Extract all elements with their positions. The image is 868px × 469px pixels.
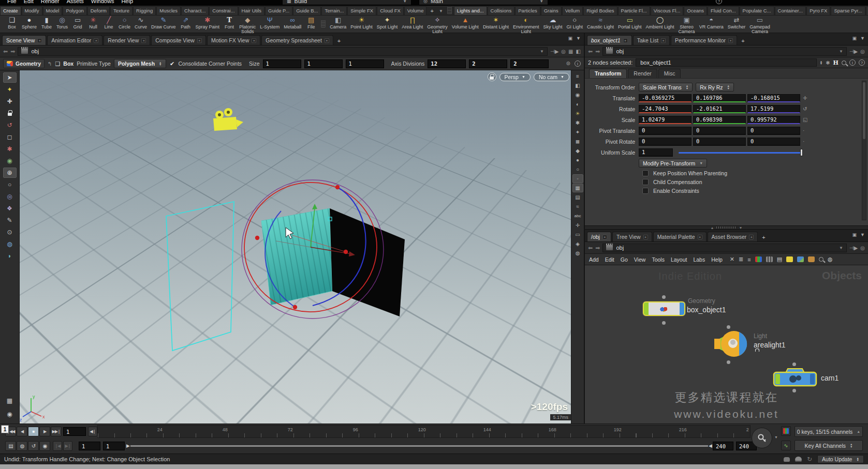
hierarchy-icon[interactable]: ≣ <box>739 256 743 263</box>
shelf-menu-icon[interactable]: ▼ <box>437 7 445 15</box>
pivot-translate-field-1[interactable]: 0 <box>693 127 746 135</box>
globe-tool[interactable]: ◍ <box>3 239 17 249</box>
node-output-dot[interactable] <box>662 321 666 325</box>
shelf-tab-texture[interactable]: Texture <box>110 6 133 15</box>
shelf-tab-guide-b[interactable]: Guide B... <box>293 6 321 15</box>
network-editor[interactable]: Indie Edition Objects Geometry box_objec… <box>585 265 868 425</box>
shelf-tab-terrain[interactable]: Terrain... <box>321 6 347 15</box>
shelf-tab-grains[interactable]: Grains <box>541 6 562 15</box>
tab-take-list[interactable]: Take List× <box>633 35 670 45</box>
close-icon[interactable]: × <box>94 38 98 43</box>
houdini-logo-icon[interactable]: H <box>833 59 838 66</box>
node-display-flag[interactable] <box>644 302 649 315</box>
close-icon[interactable]: × <box>325 38 329 43</box>
chevron-down-icon[interactable]: ▼ <box>839 49 843 54</box>
shelf-tool-grid[interactable]: ▭Grid <box>70 16 85 33</box>
stop-button[interactable]: ■ <box>28 427 39 436</box>
pen-tool[interactable]: ✎ <box>3 215 17 225</box>
pane-menu-icons[interactable]: ▣▼ <box>852 232 865 237</box>
back-icon[interactable]: ⬅ <box>3 48 8 55</box>
param-tab-transform[interactable]: Transform <box>589 69 627 78</box>
hq-lighting-icon[interactable]: ✦ <box>572 128 583 137</box>
link-pin-icon[interactable]: ⊣▶ <box>849 49 858 54</box>
camera-lock-icon[interactable]: ◉ <box>572 90 583 99</box>
param-handle-icon[interactable]: ✛ <box>803 95 807 101</box>
shelf-tool-draw-curve[interactable]: ✎Draw Curve <box>149 16 178 33</box>
handle-dot-right[interactable] <box>344 250 348 254</box>
spinner-icon[interactable]: ▲▼ <box>159 62 161 66</box>
step-back-button[interactable]: ◀❘ <box>88 427 97 436</box>
close-icon[interactable]: × <box>698 235 702 239</box>
menu-help[interactable]: Help <box>121 0 133 4</box>
tab-geometry-spreadsheet[interactable]: Geometry Spreadsheet× <box>261 35 333 45</box>
tab-performance-monitor[interactable]: Performance Monitor× <box>671 35 737 45</box>
checkbox-box[interactable] <box>642 170 649 176</box>
shelf-tab-oceans[interactable]: Oceans <box>684 6 707 15</box>
shelf-tool-area-light[interactable]: ∏Area Light <box>400 16 425 33</box>
gear-icon[interactable]: ✱ <box>826 60 830 66</box>
shelf-tab-hair-utils[interactable]: Hair Utils <box>239 6 265 15</box>
right-path-field[interactable]: obj ▼ <box>602 47 846 56</box>
playhead-flag[interactable]: 1 <box>1 425 9 433</box>
current-state-tool[interactable]: ⊕ <box>3 168 17 178</box>
shelf-tab-container[interactable]: Container... <box>775 6 806 15</box>
menu-edit[interactable]: Edit <box>24 0 34 4</box>
search-icon[interactable] <box>819 257 823 262</box>
scale-field-2[interactable]: 0.995792 <box>747 116 800 124</box>
range-start2-field[interactable]: 1 <box>103 442 125 450</box>
info-icon[interactable]: i <box>575 60 581 67</box>
node-cam1[interactable] <box>772 368 818 388</box>
pivot-translate-field-2[interactable]: 0 <box>747 127 800 135</box>
notification-icon[interactable] <box>784 457 790 462</box>
close-icon[interactable]: × <box>141 38 146 43</box>
shelf-tool-geometry-light[interactable]: ✧Geometry Light <box>425 16 450 33</box>
projection-menu[interactable]: Persp▼ <box>499 73 531 81</box>
shading-mode-icon[interactable]: ◐ <box>572 100 583 109</box>
translate-field-2[interactable]: -0.168015 <box>747 94 800 102</box>
shadows-icon[interactable]: ◼ <box>572 137 583 146</box>
pose-tool[interactable]: ✱ <box>3 144 17 154</box>
uniform-scale-slider[interactable] <box>679 148 803 157</box>
menu-render[interactable]: Render <box>41 0 60 4</box>
camera-menu[interactable]: No cam▼ <box>534 73 569 81</box>
shelf-tab-sparse-pyr[interactable]: Sparse Pyr... <box>831 6 865 15</box>
shelf-tool-environment-light[interactable]: ◐Environment Light <box>511 16 541 33</box>
lighting-icon[interactable]: ☀ <box>572 109 583 118</box>
shelf-tool-null[interactable]: ✳Null <box>85 16 101 33</box>
network-menu-help[interactable]: Help <box>711 256 723 263</box>
search-icon[interactable] <box>842 60 846 65</box>
shelf-tab-pyro-fx[interactable]: Pyro FX <box>806 6 830 15</box>
shelf-tab-modify[interactable]: Modify <box>22 6 42 15</box>
shelf-tool-circle[interactable]: ○Circle <box>116 16 133 33</box>
close-icon[interactable]: × <box>37 38 42 43</box>
shelf-tool-sphere[interactable]: ●Sphere <box>20 16 39 33</box>
shelf-tab-cloud-fx[interactable]: Cloud FX <box>377 6 404 15</box>
grid-icon[interactable] <box>766 256 773 262</box>
edit-tool[interactable]: ◉ <box>3 156 17 166</box>
parameter-scrollbar[interactable] <box>862 81 866 220</box>
camera-glyph[interactable] <box>213 108 243 131</box>
chevron-down-icon[interactable]: ▼ <box>860 232 865 237</box>
tab-material-palette[interactable]: Material Palette× <box>653 232 707 241</box>
tab-motion-fx-view[interactable]: Motion FX View× <box>207 35 260 45</box>
display-options-icon[interactable]: ≡ <box>572 72 583 81</box>
save-icon[interactable]: ▤ <box>777 256 782 263</box>
scale-field-1[interactable]: 0.698398 <box>693 116 746 124</box>
refresh-icon[interactable]: ↻ <box>807 456 812 463</box>
new-tab-button[interactable]: + <box>334 37 344 45</box>
shelf-tab-constrai[interactable]: Constrai... <box>209 6 238 15</box>
materials-icon[interactable]: ◆ <box>572 146 583 155</box>
undo-arrow-icon[interactable]: ↰ <box>48 61 52 67</box>
size-y-field[interactable]: 1 <box>304 59 343 68</box>
shelf-tab-polygon[interactable]: Polygon <box>63 6 86 15</box>
playback-range-slider[interactable]: ▶◀ <box>130 443 708 449</box>
shelf-tool-platonic-solids[interactable]: ◆Platonic Solids <box>237 16 258 33</box>
audio-options-button[interactable]: ◍ <box>17 441 27 451</box>
back-icon[interactable]: ⬅ <box>588 48 593 55</box>
tab-box-object1[interactable]: box_object1× <box>587 35 632 45</box>
close-icon[interactable]: × <box>661 38 666 43</box>
close-icon[interactable]: × <box>197 38 202 43</box>
pane-menu-icons[interactable]: ▣▼ <box>852 36 865 41</box>
pane-maximize-icon[interactable]: ▣ <box>852 36 857 41</box>
shelf-tool-volume-light[interactable]: ▲Volume Light <box>450 16 481 33</box>
